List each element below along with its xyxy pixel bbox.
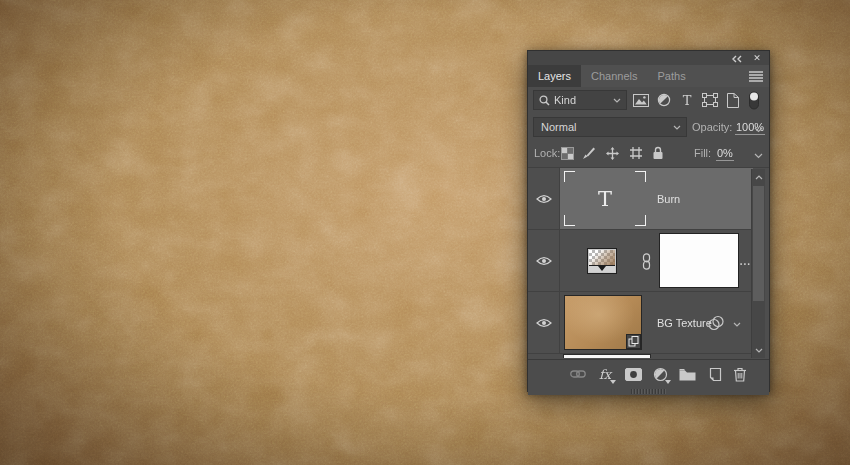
padlock-icon — [652, 146, 664, 160]
chevron-up-icon — [755, 175, 763, 180]
thumbnail-corner-bracket — [635, 171, 646, 182]
scroll-down-button[interactable] — [752, 343, 765, 357]
layer-row-burn[interactable]: T Burn — [528, 168, 753, 230]
add-layer-style-button[interactable]: fx — [594, 364, 616, 384]
move-arrows-icon — [605, 146, 620, 161]
filter-kind-label: Kind — [554, 94, 576, 106]
scroll-up-button[interactable] — [752, 170, 765, 184]
gradient-fill-thumbnail[interactable] — [587, 248, 617, 274]
layer-visibility-toggle[interactable] — [528, 230, 560, 291]
type-T-icon: T — [683, 93, 692, 108]
eye-icon — [536, 318, 552, 328]
panel-titlebar: ✕ — [528, 51, 769, 65]
fill-dropdown-button[interactable] — [754, 149, 763, 161]
blend-opacity-bar: Normal Opacity: 100% — [528, 114, 769, 141]
scrollbar-thumb[interactable] — [753, 186, 764, 301]
blend-mode-dropdown[interactable]: Normal — [533, 117, 687, 137]
panel-resize-grip[interactable] — [631, 389, 667, 394]
artboard-icon — [629, 146, 643, 160]
photoshop-workspace: ✕ Layers Channels Paths — [0, 0, 850, 465]
filter-shape-layers-button[interactable] — [700, 90, 720, 110]
brush-icon — [582, 146, 596, 160]
fill-value[interactable]: 0% — [716, 147, 734, 161]
layers-panel-toolbar: fx — [528, 359, 769, 388]
lock-transparent-pixels-button[interactable] — [557, 143, 577, 163]
add-layer-mask-button[interactable] — [622, 364, 644, 384]
layer-row-bg-texture[interactable]: BG Texture — [528, 292, 753, 354]
shape-bounds-icon — [702, 93, 718, 107]
layers-scrollbar[interactable] — [751, 169, 765, 358]
delete-layer-button[interactable] — [729, 364, 751, 384]
new-adjustment-layer-button[interactable] — [649, 364, 671, 384]
panel-menu-button[interactable] — [747, 68, 765, 84]
layer-name[interactable]: Burn — [657, 193, 680, 205]
eye-icon — [536, 256, 552, 266]
filtering-toggle-switch[interactable] — [744, 90, 764, 110]
search-icon — [539, 95, 550, 106]
half-circle-adjustment-icon — [657, 93, 671, 107]
lock-all-button[interactable] — [648, 143, 668, 163]
caret-down-icon — [610, 380, 616, 384]
layer-mask-thumbnail[interactable] — [659, 233, 739, 288]
tab-paths[interactable]: Paths — [648, 65, 696, 87]
filter-kind-dropdown[interactable]: Kind — [533, 90, 627, 110]
new-group-button[interactable] — [676, 364, 698, 384]
chevron-down-icon — [673, 125, 681, 130]
checkerboard-icon — [561, 147, 574, 160]
chevron-down-icon — [613, 98, 621, 103]
filter-pixel-layers-button[interactable] — [631, 90, 651, 110]
image-icon — [633, 94, 649, 107]
blend-mode-value: Normal — [541, 121, 576, 133]
folder-icon — [679, 368, 696, 381]
chevron-down-icon — [754, 127, 763, 133]
smart-object-badge — [626, 334, 641, 349]
lock-artboards-button[interactable] — [626, 143, 646, 163]
mask-link-toggle[interactable] — [638, 251, 654, 271]
filter-smart-objects-button[interactable] — [722, 90, 742, 110]
layer-filter-bar: Kind — [528, 87, 769, 114]
layer-row-body: BG Texture — [560, 292, 753, 353]
layers-list: T Burn — [528, 167, 769, 359]
new-layer-button[interactable] — [703, 364, 725, 384]
truncated-layer-name[interactable]: ... — [740, 255, 751, 266]
type-T-icon: T — [598, 187, 612, 211]
gradient-slider-marker — [598, 266, 606, 271]
layer-row-body: ... — [560, 230, 753, 291]
layer-row-gradient-fill[interactable]: ... — [528, 230, 753, 292]
type-layer-thumbnail[interactable]: T — [562, 169, 648, 228]
layer-name[interactable]: BG Texture — [657, 317, 712, 329]
link-layers-button[interactable] — [567, 364, 589, 384]
opacity-label: Opacity: — [692, 121, 732, 133]
collapse-to-icons-button[interactable] — [729, 53, 743, 64]
lock-image-pixels-button[interactable] — [579, 143, 599, 163]
layer-visibility-toggle[interactable] — [528, 292, 560, 353]
layer-visibility-toggle[interactable] — [528, 168, 560, 229]
lock-fill-bar: Lock: — [528, 141, 769, 167]
filter-type-layers-button[interactable]: T — [677, 90, 697, 110]
hamburger-menu-icon — [749, 71, 763, 82]
tab-paths-label: Paths — [658, 70, 686, 82]
partial-layer-row[interactable] — [528, 354, 753, 358]
eye-icon — [536, 194, 552, 204]
tab-channels[interactable]: Channels — [581, 65, 647, 87]
chain-link-icon — [642, 253, 651, 270]
toggle-switch-icon — [748, 91, 760, 110]
double-left-arrow-icon — [731, 55, 742, 63]
close-panel-button[interactable]: ✕ — [750, 53, 764, 64]
smart-object-thumbnail[interactable] — [564, 295, 642, 350]
lock-position-button[interactable] — [602, 143, 622, 163]
panel-tabstrip: Layers Channels Paths — [528, 65, 769, 87]
gradient-swatch — [589, 250, 615, 266]
smart-object-badge-icon — [627, 335, 640, 348]
opacity-dropdown-button[interactable] — [754, 123, 763, 135]
close-icon: ✕ — [753, 54, 761, 63]
fill-label: Fill: — [694, 147, 711, 159]
advanced-blending-badge[interactable] — [707, 315, 725, 331]
trash-icon — [733, 367, 747, 382]
new-layer-icon — [707, 367, 722, 382]
collapse-effects-chevron[interactable] — [733, 317, 741, 329]
thumbnail-corner-bracket — [635, 215, 646, 226]
filter-adjustment-layers-button[interactable] — [654, 90, 674, 110]
layers-panel: ✕ Layers Channels Paths — [527, 50, 770, 392]
tab-layers[interactable]: Layers — [528, 65, 581, 87]
